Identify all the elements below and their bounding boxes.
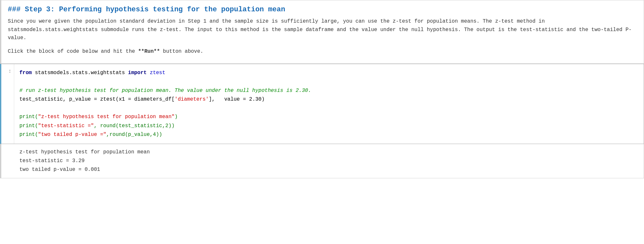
code-line-3: test_statistic, p_value = ztest(x1 = dia… xyxy=(19,95,639,104)
output-cell: z-test hypothesis test for population me… xyxy=(0,144,644,179)
output-line-2: test-statistic = 3.29 xyxy=(19,157,637,165)
keyword-from: from xyxy=(19,70,32,76)
code-line-empty2 xyxy=(19,104,639,113)
notebook: ### Step 3: Performing hypothesis testin… xyxy=(0,0,644,178)
cell-label: : xyxy=(1,64,14,144)
markdown-cell: ### Step 3: Performing hypothesis testin… xyxy=(0,0,644,64)
output-line-1: z-test hypothesis test for population me… xyxy=(19,148,637,157)
code-line-comment: # run z-test hypothesis test for populat… xyxy=(19,86,639,95)
code-line-print1: print("z-test hypothesis test for popula… xyxy=(19,113,639,121)
cell-heading: ### Step 3: Performing hypothesis testin… xyxy=(8,6,637,14)
code-cell[interactable]: : from statsmodels.stats.weightstats imp… xyxy=(0,64,644,144)
code-content[interactable]: from statsmodels.stats.weightstats impor… xyxy=(14,64,644,144)
code-line-1: from statsmodels.stats.weightstats impor… xyxy=(19,69,639,77)
code-line-print3: print("two tailed p-value =",round(p_val… xyxy=(19,130,639,139)
code-line-empty1 xyxy=(19,78,639,86)
output-line-3: two tailed p-value = 0.001 xyxy=(19,165,637,174)
cell-paragraph1: Since you were given the population stan… xyxy=(8,17,637,42)
code-line-print2: print("test-statistic =", round(test_sta… xyxy=(19,122,639,130)
cell-instruction: Click the block of code below and hit th… xyxy=(8,48,637,56)
keyword-import: import xyxy=(128,70,147,76)
